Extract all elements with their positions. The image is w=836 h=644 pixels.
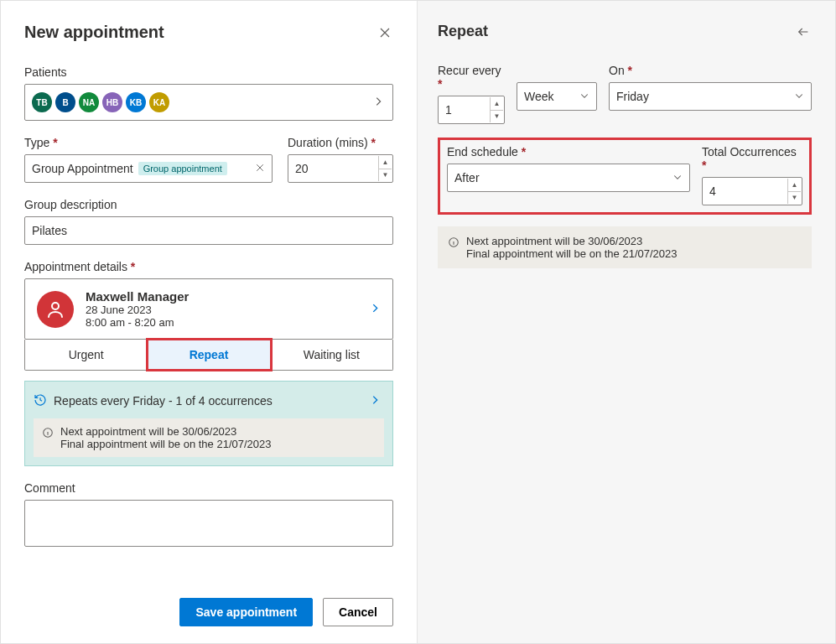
type-value: Group Appointment <box>32 162 133 175</box>
spin-down-icon[interactable]: ▼ <box>788 192 801 205</box>
patients-selector[interactable]: TBBNAHBKBKA <box>24 84 393 121</box>
total-occurrences-value: 4 <box>709 184 716 198</box>
final-appointment-text: Final appointment will be on the 21/07/2… <box>60 438 272 450</box>
svg-point-0 <box>52 303 59 309</box>
tab-repeat[interactable]: Repeat <box>148 340 270 370</box>
patient-avatar: HB <box>102 92 122 112</box>
on-day-value: Friday <box>616 90 649 103</box>
on-label: On <box>609 64 812 77</box>
history-icon <box>34 393 47 409</box>
spin-up-icon[interactable]: ▲ <box>491 97 503 111</box>
tab-waiting-list[interactable]: Waiting list <box>271 340 392 370</box>
spin-down-icon[interactable]: ▼ <box>491 111 503 123</box>
end-schedule-highlight: End schedule After Total Occurrences 4 ▲… <box>438 138 812 215</box>
group-description-value: Pilates <box>32 224 67 237</box>
patient-avatar: NA <box>79 92 99 112</box>
end-schedule-value: After <box>454 171 480 184</box>
info-icon <box>448 236 460 260</box>
spin-up-icon[interactable]: ▲ <box>788 179 801 192</box>
recur-unit-value: Week <box>524 90 554 103</box>
type-chip: Group appointment <box>138 162 227 175</box>
recur-every-label: Recur every <box>438 64 505 91</box>
recur-unit-label <box>517 64 597 77</box>
back-icon[interactable] <box>795 23 812 40</box>
spin-down-icon[interactable]: ▼ <box>379 169 392 182</box>
repeat-panel-info: Next appointment will be 30/06/2023 Fina… <box>438 226 812 268</box>
appointment-time: 8:00 am - 8:20 am <box>86 316 189 329</box>
end-schedule-select[interactable]: After <box>447 164 690 192</box>
group-description-label: Group description <box>24 198 393 211</box>
appointment-details-label: Appointment details <box>24 260 393 273</box>
final-appointment-text: Final appointment will be on the 21/07/2… <box>466 247 678 260</box>
group-description-input[interactable]: Pilates <box>24 216 393 245</box>
type-input[interactable]: Group Appointment Group appointment <box>24 154 273 183</box>
patient-avatar: B <box>55 92 75 112</box>
duration-input[interactable]: 20 ▲ ▼ <box>288 154 393 183</box>
chevron-right-icon <box>372 96 384 110</box>
repeat-summary: Repeats every Friday - 1 of 4 occurrence… <box>24 381 393 466</box>
on-day-select[interactable]: Friday <box>609 82 812 111</box>
appointment-card[interactable]: Maxwell Manager 28 June 2023 8:00 am - 8… <box>24 278 393 340</box>
recur-every-input[interactable]: 1 ▲ ▼ <box>438 96 505 124</box>
close-icon[interactable] <box>376 24 393 41</box>
type-label: Type <box>24 136 273 149</box>
total-occurrences-input[interactable]: 4 ▲ ▼ <box>702 177 802 205</box>
chevron-down-icon <box>672 171 683 184</box>
repeat-panel-title: Repeat <box>438 23 488 40</box>
practitioner-name: Maxwell Manager <box>86 289 189 304</box>
person-icon <box>37 291 74 328</box>
patient-avatar: KA <box>149 92 169 112</box>
repeat-summary-row[interactable]: Repeats every Friday - 1 of 4 occurrence… <box>34 390 384 412</box>
appointment-date: 28 June 2023 <box>86 304 189 316</box>
tab-urgent[interactable]: Urgent <box>25 340 148 370</box>
recur-unit-select[interactable]: Week <box>517 82 597 111</box>
chevron-down-icon <box>794 90 804 103</box>
chevron-down-icon <box>579 90 589 103</box>
spin-up-icon[interactable]: ▲ <box>379 156 392 169</box>
next-appointment-text: Next appointment will be 30/06/2023 <box>60 425 272 438</box>
info-icon <box>42 427 54 450</box>
next-appointment-text: Next appointment will be 30/06/2023 <box>466 235 678 247</box>
chevron-right-icon <box>369 394 381 408</box>
total-occurrences-label: Total Occurrences <box>702 145 802 172</box>
patient-avatar: TB <box>32 92 52 112</box>
recur-every-value: 1 <box>445 103 452 117</box>
clear-icon[interactable] <box>255 162 265 175</box>
comment-label: Comment <box>24 481 393 495</box>
duration-value: 20 <box>295 162 309 175</box>
cancel-button[interactable]: Cancel <box>323 598 393 626</box>
end-schedule-label: End schedule <box>447 145 690 158</box>
save-button[interactable]: Save appointment <box>179 598 313 626</box>
patient-avatars: TBBNAHBKBKA <box>32 92 169 112</box>
patients-label: Patients <box>24 65 393 79</box>
duration-label: Duration (mins) <box>288 136 393 149</box>
patient-avatar: KB <box>126 92 146 112</box>
comment-input[interactable] <box>24 500 393 547</box>
chevron-right-icon <box>369 302 381 316</box>
repeat-summary-text: Repeats every Friday - 1 of 4 occurrence… <box>54 394 273 408</box>
page-title: New appointment <box>24 23 164 42</box>
repeat-info-box: Next appointment will be 30/06/2023 Fina… <box>34 418 384 457</box>
